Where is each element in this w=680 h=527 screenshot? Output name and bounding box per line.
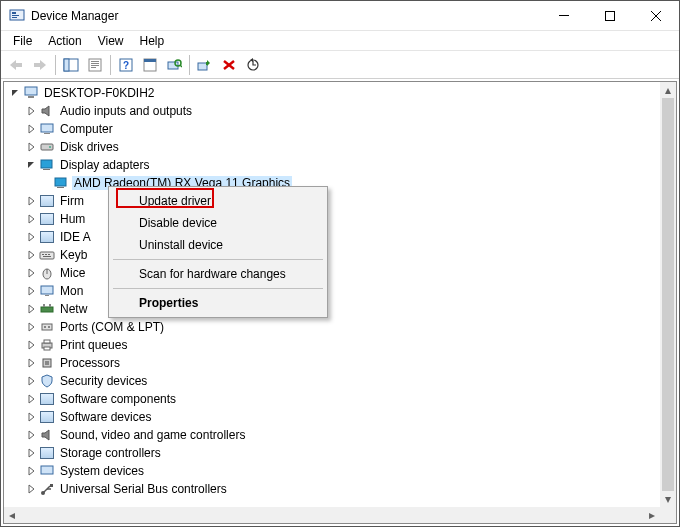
- tree-node-system[interactable]: System devices: [6, 462, 660, 480]
- menu-file[interactable]: File: [5, 32, 40, 50]
- svg-rect-5: [606, 11, 615, 20]
- tree-node-display[interactable]: Display adapters: [6, 156, 660, 174]
- ctx-update-driver[interactable]: Update driver: [111, 190, 325, 212]
- menu-help[interactable]: Help: [132, 32, 173, 50]
- component-icon: [39, 391, 55, 407]
- enable-device-button[interactable]: [194, 54, 216, 76]
- svg-rect-58: [45, 361, 49, 365]
- horizontal-scrollbar[interactable]: ◂ ▸: [4, 507, 660, 523]
- expand-icon[interactable]: [24, 356, 38, 370]
- expand-icon[interactable]: [24, 230, 38, 244]
- tree-node-computer[interactable]: Computer: [6, 120, 660, 138]
- expand-icon[interactable]: [24, 464, 38, 478]
- svg-rect-29: [25, 87, 37, 95]
- expand-icon[interactable]: [24, 410, 38, 424]
- tree-node-audio[interactable]: Audio inputs and outputs: [6, 102, 660, 120]
- expand-icon[interactable]: [24, 320, 38, 334]
- svg-rect-20: [144, 59, 156, 62]
- maximize-button[interactable]: [587, 1, 633, 30]
- menu-action[interactable]: Action: [40, 32, 89, 50]
- tree-node-monitors[interactable]: Mon: [6, 282, 660, 300]
- collapse-icon[interactable]: [8, 86, 22, 100]
- svg-line-6: [651, 11, 661, 21]
- properties-button[interactable]: [84, 54, 106, 76]
- menu-view[interactable]: View: [90, 32, 132, 50]
- tree-node-display-child[interactable]: AMD Radeon(TM) RX Vega 11 Graphics: [6, 174, 660, 192]
- ctx-scan-hardware[interactable]: Scan for hardware changes: [111, 263, 325, 285]
- close-button[interactable]: [633, 1, 679, 30]
- tree-node-keyboard[interactable]: Keyb: [6, 246, 660, 264]
- tree-node-ports[interactable]: Ports (COM & LPT): [6, 318, 660, 336]
- tree-node-storage[interactable]: Storage controllers: [6, 444, 660, 462]
- svg-line-7: [651, 11, 661, 21]
- disable-device-button[interactable]: [218, 54, 240, 76]
- vertical-scrollbar[interactable]: ▴ ▾: [660, 82, 676, 507]
- scroll-right-icon[interactable]: ▸: [644, 507, 660, 523]
- ctx-uninstall-device[interactable]: Uninstall device: [111, 234, 325, 256]
- svg-rect-49: [43, 304, 45, 307]
- expand-icon[interactable]: [24, 284, 38, 298]
- display-adapter-icon: [53, 175, 69, 191]
- tree-node-processors[interactable]: Processors: [6, 354, 660, 372]
- device-tree[interactable]: DESKTOP-F0KDIH2 Audio inputs and outputs…: [4, 82, 660, 507]
- collapse-icon[interactable]: [24, 158, 38, 172]
- content-pane: DESKTOP-F0KDIH2 Audio inputs and outputs…: [3, 81, 677, 524]
- expand-icon[interactable]: [24, 374, 38, 388]
- scroll-track[interactable]: [20, 507, 644, 523]
- tree-node-network[interactable]: Netw: [6, 300, 660, 318]
- scroll-up-icon[interactable]: ▴: [660, 82, 676, 98]
- minimize-button[interactable]: [541, 1, 587, 30]
- scroll-down-icon[interactable]: ▾: [660, 491, 676, 507]
- tree-node-ide[interactable]: IDE A: [6, 228, 660, 246]
- tree-node-label: Mon: [58, 284, 85, 298]
- tree-node-print[interactable]: Print queues: [6, 336, 660, 354]
- tree-node-swdevices[interactable]: Software devices: [6, 408, 660, 426]
- tree-node-security[interactable]: Security devices: [6, 372, 660, 390]
- expand-icon[interactable]: [24, 392, 38, 406]
- tree-node-disk[interactable]: Disk drives: [6, 138, 660, 156]
- expand-icon[interactable]: [24, 428, 38, 442]
- help-button[interactable]: ?: [115, 54, 137, 76]
- computer-icon: [23, 85, 39, 101]
- forward-button[interactable]: [29, 54, 51, 76]
- tree-node-usb[interactable]: Universal Serial Bus controllers: [6, 480, 660, 498]
- update-driver-button[interactable]: [242, 54, 264, 76]
- tree-node-hid[interactable]: Hum: [6, 210, 660, 228]
- tree-root[interactable]: DESKTOP-F0KDIH2: [6, 84, 660, 102]
- tree-node-label: System devices: [58, 464, 146, 478]
- svg-rect-8: [15, 63, 22, 67]
- tree-node-firmware[interactable]: Firm: [6, 192, 660, 210]
- ctx-disable-device[interactable]: Disable device: [111, 212, 325, 234]
- scroll-left-icon[interactable]: ◂: [4, 507, 20, 523]
- tree-node-sound[interactable]: Sound, video and game controllers: [6, 426, 660, 444]
- expand-icon[interactable]: [24, 194, 38, 208]
- show-hide-console-button[interactable]: [60, 54, 82, 76]
- expand-icon[interactable]: [24, 212, 38, 226]
- expand-icon[interactable]: [24, 266, 38, 280]
- tree-node-label: Disk drives: [58, 140, 121, 154]
- expand-icon[interactable]: [24, 446, 38, 460]
- ctx-separator: [113, 259, 323, 260]
- scan-hardware-button[interactable]: [163, 54, 185, 76]
- tree-node-swcomponents[interactable]: Software components: [6, 390, 660, 408]
- toolbar-action-button[interactable]: [139, 54, 161, 76]
- tree-root-label: DESKTOP-F0KDIH2: [42, 86, 156, 100]
- ctx-properties[interactable]: Properties: [111, 292, 325, 314]
- back-button[interactable]: [5, 54, 27, 76]
- tree-node-label: Mice: [58, 266, 87, 280]
- expand-icon[interactable]: [24, 122, 38, 136]
- toolbar-separator: [55, 55, 56, 75]
- tree-node-mice[interactable]: Mice: [6, 264, 660, 282]
- tree-node-label: IDE A: [58, 230, 93, 244]
- expand-icon[interactable]: [24, 248, 38, 262]
- keyboard-icon: [39, 247, 55, 263]
- scroll-thumb[interactable]: [662, 98, 674, 491]
- tree-node-label: Hum: [58, 212, 87, 226]
- expand-icon[interactable]: [24, 104, 38, 118]
- expand-icon[interactable]: [24, 338, 38, 352]
- svg-rect-38: [57, 187, 64, 188]
- expand-icon[interactable]: [24, 482, 38, 496]
- expand-icon[interactable]: [24, 140, 38, 154]
- tree-node-label: Storage controllers: [58, 446, 163, 460]
- expand-icon[interactable]: [24, 302, 38, 316]
